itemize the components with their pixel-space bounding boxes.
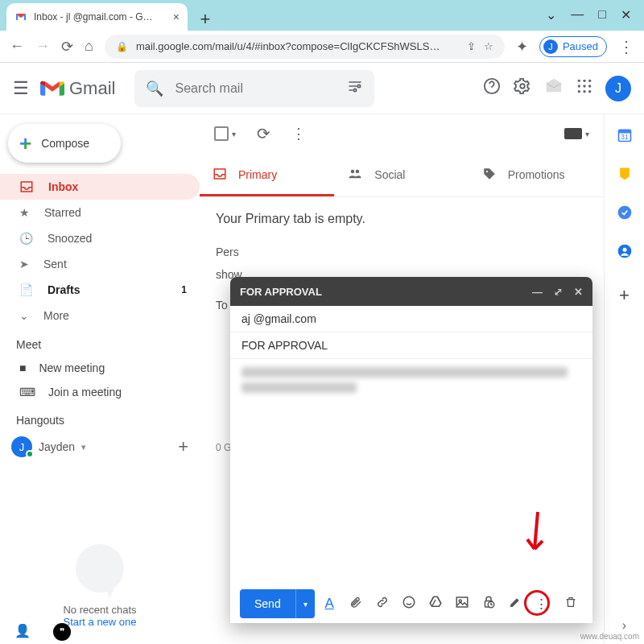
- sent-icon: ➤: [19, 258, 29, 270]
- profile-label: Paused: [563, 40, 598, 52]
- gmail-logo[interactable]: Gmail: [40, 78, 115, 99]
- meet-new-meeting[interactable]: ■ New meeting: [0, 356, 200, 380]
- help-icon[interactable]: [483, 77, 501, 99]
- tab-title: Inbox - jl @gmail.com - G…: [34, 11, 153, 23]
- extensions-icon[interactable]: ✦: [516, 38, 528, 56]
- reload-icon[interactable]: ⟳: [61, 38, 73, 56]
- svg-point-15: [356, 169, 360, 173]
- nav-sent[interactable]: ➤ Sent: [0, 251, 200, 277]
- side-panel: 31 + ›: [604, 114, 644, 644]
- svg-point-9: [588, 85, 591, 87]
- browser-menu-icon[interactable]: ⋮: [618, 37, 634, 56]
- close-window-icon[interactable]: ✕: [621, 7, 631, 23]
- compose-button[interactable]: Compose: [8, 124, 121, 163]
- caret-down-icon[interactable]: ⌄: [546, 7, 556, 23]
- forward-icon[interactable]: →: [35, 38, 50, 55]
- maximize-icon[interactable]: □: [598, 7, 606, 23]
- profile-chip[interactable]: J Paused: [539, 36, 607, 57]
- svg-point-23: [403, 597, 415, 608]
- compose-fullscreen-icon[interactable]: ⤢: [554, 286, 563, 298]
- side-panel-add-button[interactable]: +: [619, 285, 630, 306]
- watermark: www.deuaq.com: [580, 632, 639, 641]
- side-panel-collapse-icon[interactable]: ›: [622, 618, 626, 633]
- refresh-icon[interactable]: ⟳: [257, 124, 270, 143]
- svg-point-16: [486, 170, 488, 171]
- insert-signature-icon[interactable]: [503, 595, 526, 613]
- gmail-favicon-icon: [14, 10, 27, 23]
- nav-snoozed[interactable]: 🕒 Snoozed: [0, 225, 200, 251]
- new-tab-button[interactable]: +: [194, 8, 217, 31]
- share-icon[interactable]: ⇪: [467, 40, 476, 52]
- insert-drive-icon[interactable]: [423, 595, 447, 613]
- open-mail-icon[interactable]: [544, 77, 564, 99]
- nav-drafts[interactable]: 📄 Drafts 1: [0, 277, 200, 303]
- compose-body[interactable]: [230, 359, 592, 584]
- url-box[interactable]: 🔒 mail.google.com/mail/u/4/#inbox?compos…: [105, 35, 505, 59]
- select-all-checkbox[interactable]: ▾: [214, 126, 236, 141]
- start-new-chat-link[interactable]: Start a new one: [63, 616, 136, 628]
- compose-header[interactable]: FOR APPROVAL — ⤢ ✕: [230, 277, 592, 306]
- search-input[interactable]: [175, 81, 336, 96]
- compose-to-field[interactable]: aj @gmail.com: [230, 306, 592, 332]
- star-icon: ★: [19, 206, 30, 219]
- lock-icon: 🔒: [116, 41, 128, 52]
- input-indicator[interactable]: ▾: [564, 128, 589, 139]
- settings-gear-icon[interactable]: [514, 77, 531, 99]
- calendar-icon[interactable]: 31: [617, 127, 633, 143]
- insert-emoji-icon[interactable]: [397, 595, 420, 613]
- search-options-icon[interactable]: [347, 78, 363, 98]
- contacts-icon[interactable]: [617, 243, 633, 259]
- logo-text: Gmail: [69, 78, 115, 99]
- keyboard-icon: ⌨: [19, 386, 35, 398]
- hangouts-user-row[interactable]: J Jayden ▾ +: [0, 431, 200, 457]
- send-dropdown-button[interactable]: ▾: [295, 589, 315, 618]
- tasks-icon[interactable]: [617, 204, 633, 221]
- meet-join-meeting[interactable]: ⌨ Join a meeting: [0, 380, 200, 404]
- format-text-icon[interactable]: A: [318, 596, 341, 612]
- search-box[interactable]: 🔍: [134, 70, 374, 107]
- main-menu-icon[interactable]: ☰: [13, 78, 29, 99]
- person-icon[interactable]: 👤: [14, 623, 31, 641]
- search-icon[interactable]: 🔍: [146, 80, 163, 97]
- account-avatar[interactable]: J: [605, 76, 631, 101]
- nav-starred[interactable]: ★ Starred: [0, 200, 200, 225]
- keep-icon[interactable]: [617, 166, 633, 182]
- url-text: mail.google.com/mail/u/4/#inbox?compose=…: [136, 40, 440, 52]
- compose-subject-field[interactable]: FOR APPROVAL: [230, 332, 592, 359]
- close-tab-icon[interactable]: ×: [173, 10, 180, 23]
- compose-close-icon[interactable]: ✕: [574, 286, 583, 298]
- svg-point-14: [351, 169, 355, 173]
- nav-inbox[interactable]: Inbox: [0, 174, 200, 200]
- minimize-icon[interactable]: —: [571, 7, 584, 23]
- svg-point-20: [617, 206, 631, 220]
- compose-minimize-icon[interactable]: —: [532, 286, 543, 298]
- draft-icon: 📄: [19, 283, 33, 296]
- more-actions-icon[interactable]: ⋮: [291, 125, 306, 142]
- compose-window: FOR APPROVAL — ⤢ ✕ aj @gmail.com FOR APP…: [230, 277, 592, 623]
- bookmark-star-icon[interactable]: ☆: [484, 40, 493, 52]
- send-button[interactable]: Send: [240, 589, 295, 618]
- insert-image-icon[interactable]: [450, 595, 473, 613]
- nav-more[interactable]: ⌄ More: [0, 303, 200, 328]
- tab-social[interactable]: Social: [334, 153, 469, 196]
- meet-header: Meet: [0, 328, 200, 356]
- hangouts-username: Jayden: [39, 440, 75, 453]
- svg-rect-24: [456, 597, 468, 607]
- hangouts-caret-icon[interactable]: ▾: [81, 442, 86, 452]
- hangouts-quote-icon[interactable]: ❞: [53, 623, 71, 641]
- insert-link-icon[interactable]: [371, 595, 394, 613]
- hangouts-add-button[interactable]: +: [178, 436, 188, 457]
- tab-primary[interactable]: Primary: [200, 153, 334, 196]
- hangouts-bubble-icon: [76, 544, 124, 592]
- tab-promotions[interactable]: Promotions: [469, 153, 604, 196]
- browser-tab[interactable]: Inbox - jl @gmail.com - G… ×: [6, 3, 188, 31]
- blurred-body-line: [242, 367, 568, 378]
- attach-file-icon[interactable]: [345, 595, 368, 613]
- drafts-count: 1: [181, 284, 187, 295]
- home-icon[interactable]: ⌂: [85, 38, 93, 55]
- compose-more-options-icon[interactable]: ⋮: [530, 596, 553, 613]
- back-icon[interactable]: ←: [10, 38, 24, 55]
- confidential-mode-icon[interactable]: [477, 595, 500, 613]
- discard-draft-icon[interactable]: [559, 595, 583, 613]
- apps-grid-icon[interactable]: [576, 78, 592, 98]
